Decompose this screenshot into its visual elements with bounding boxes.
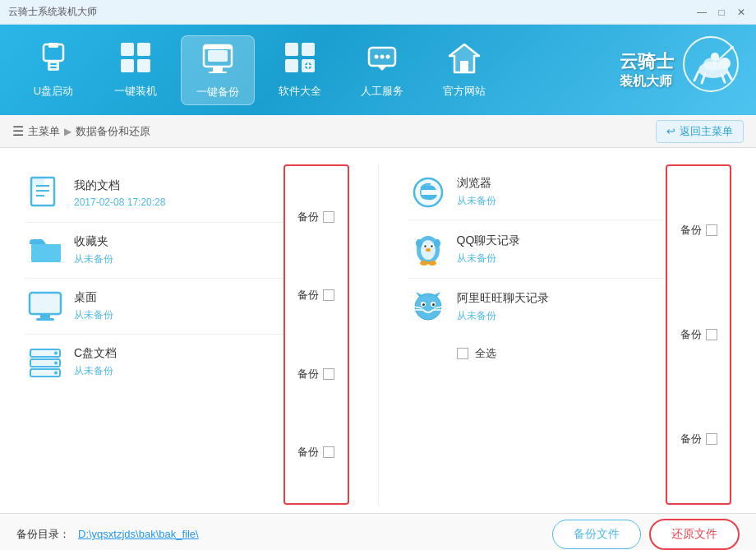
- minimize-button[interactable]: —: [695, 6, 708, 19]
- backup-dir-path[interactable]: D:\yqsxtzjds\bak\bak_file\: [78, 528, 199, 540]
- nav-item-usb[interactable]: U盘启动: [16, 35, 90, 105]
- title-bar: 云骑士系统装机大师 — □ ✕: [0, 0, 756, 25]
- my-docs-info: 我的文档 2017-02-08 17:20:28: [74, 178, 284, 208]
- qq-chat-name: QQ聊天记录: [457, 233, 666, 248]
- backup-checkbox-docs[interactable]: [323, 211, 334, 223]
- list-item: 我的文档 2017-02-08 17:20:28: [25, 164, 284, 223]
- backup-label-desktop: 备份: [297, 367, 319, 381]
- backup-cell-browser: 备份: [680, 206, 717, 255]
- header: U盘启动 一键装机: [0, 25, 756, 115]
- aliwang-date: 从未备份: [457, 309, 666, 323]
- svg-point-25: [386, 55, 390, 59]
- logo-text: 云骑士 装机大师: [620, 51, 674, 89]
- svg-point-24: [380, 55, 385, 59]
- backup-label-qq: 备份: [680, 327, 702, 342]
- svg-rect-10: [208, 50, 228, 62]
- svg-point-81: [432, 303, 435, 306]
- browser-icon: [408, 177, 449, 208]
- svg-point-68: [431, 245, 432, 247]
- svg-rect-12: [213, 67, 223, 72]
- logo-area: 云骑士 装机大师: [620, 35, 740, 104]
- svg-rect-15: [302, 43, 315, 56]
- svg-rect-7: [121, 59, 134, 72]
- doc-icon: [25, 176, 66, 210]
- nav-item-service[interactable]: 人工服务: [345, 35, 419, 105]
- backup-checkbox-aliwang[interactable]: [706, 433, 717, 445]
- backup-label-aliwang: 备份: [680, 432, 702, 446]
- hamburger-icon: ☰: [12, 123, 24, 139]
- backup-file-button[interactable]: 备份文件: [552, 520, 641, 549]
- svg-rect-1: [48, 43, 58, 48]
- backup-label-favorites: 备份: [297, 288, 319, 303]
- c-docs-name: C盘文档: [74, 346, 284, 361]
- folder-icon: [25, 236, 66, 266]
- favorites-name: 收藏夹: [74, 234, 284, 249]
- nav-item-software[interactable]: 软件大全: [263, 35, 337, 105]
- backup-checkbox-favorites[interactable]: [323, 289, 334, 301]
- svg-rect-51: [36, 318, 54, 321]
- maximize-button[interactable]: □: [715, 6, 728, 19]
- nav-item-install[interactable]: 一键装机: [99, 35, 173, 105]
- svg-rect-13: [209, 72, 227, 73]
- list-item: C盘文档 从未备份: [25, 335, 284, 390]
- svg-rect-5: [121, 43, 134, 56]
- software-icon: [284, 41, 316, 79]
- my-docs-date: 2017-02-08 17:20:28: [74, 196, 284, 208]
- svg-rect-50: [40, 314, 50, 318]
- install-icon: [119, 41, 152, 79]
- svg-point-23: [375, 55, 379, 59]
- svg-point-69: [426, 248, 431, 252]
- svg-point-70: [416, 239, 422, 247]
- qq-icon: [408, 232, 449, 266]
- svg-point-54: [54, 351, 58, 354]
- svg-rect-49: [30, 293, 61, 314]
- server-icon: [25, 347, 66, 378]
- svg-point-72: [420, 261, 428, 266]
- aliwang-info: 阿里旺旺聊天记录 从未备份: [457, 291, 666, 323]
- backup-checkbox-browser[interactable]: [706, 224, 717, 236]
- back-button[interactable]: ↩ 返回主菜单: [656, 120, 744, 143]
- right-items-list: 浏览器 从未备份: [408, 164, 666, 505]
- desktop-date: 从未备份: [74, 308, 284, 322]
- bottom-bar: 备份目录： D:\yqsxtzjds\bak\bak_file\ 备份文件 还原…: [0, 513, 756, 550]
- select-all-checkbox[interactable]: [457, 348, 468, 359]
- svg-rect-16: [285, 59, 298, 72]
- backup-icon: [201, 40, 235, 80]
- usb-label: U盘启动: [34, 84, 73, 99]
- favorites-info: 收藏夹 从未备份: [74, 234, 284, 266]
- restore-file-button[interactable]: 还原文件: [649, 519, 740, 550]
- svg-rect-2: [48, 61, 59, 71]
- select-all-row: 全选: [408, 335, 666, 372]
- close-button[interactable]: ✕: [735, 6, 748, 19]
- backup-checkbox-cdocs[interactable]: [323, 446, 334, 458]
- backup-checkbox-desktop[interactable]: [323, 368, 334, 380]
- breadcrumb-home[interactable]: 主菜单: [28, 124, 60, 139]
- browser-date: 从未备份: [457, 194, 666, 208]
- right-section: 浏览器 从未备份: [408, 164, 732, 505]
- left-items-list: 我的文档 2017-02-08 17:20:28 收藏夹 从未备份: [25, 164, 284, 505]
- backup-label: 一键备份: [196, 85, 239, 99]
- list-item: QQ聊天记录 从未备份: [408, 220, 666, 279]
- backup-cell-docs: 备份: [297, 192, 334, 242]
- nav-items: U盘启动 一键装机: [16, 35, 620, 105]
- nav-item-website[interactable]: 官方网站: [427, 35, 501, 105]
- svg-point-73: [428, 261, 436, 266]
- svg-point-71: [434, 239, 440, 247]
- aliwang-name: 阿里旺旺聊天记录: [457, 291, 666, 306]
- svg-line-37: [727, 72, 731, 79]
- install-label: 一键装机: [114, 84, 157, 99]
- svg-rect-29: [460, 61, 468, 72]
- nav-item-backup[interactable]: 一键备份: [181, 35, 255, 105]
- c-docs-date: 从未备份: [74, 364, 284, 378]
- svg-rect-3: [50, 63, 57, 65]
- svg-rect-47: [31, 178, 44, 187]
- desktop-icon: [25, 291, 66, 322]
- desktop-name: 桌面: [74, 290, 284, 305]
- aliwang-icon: [408, 290, 449, 323]
- backup-checkbox-qq[interactable]: [706, 329, 717, 340]
- breadcrumb-current: 数据备份和还原: [76, 124, 150, 139]
- svg-point-67: [424, 245, 426, 247]
- breadcrumb-bar: ☰ 主菜单 ▶ 数据备份和还原 ↩ 返回主菜单: [0, 115, 756, 148]
- browser-name: 浏览器: [457, 176, 666, 191]
- right-backup-column: 备份 备份 备份: [666, 164, 731, 505]
